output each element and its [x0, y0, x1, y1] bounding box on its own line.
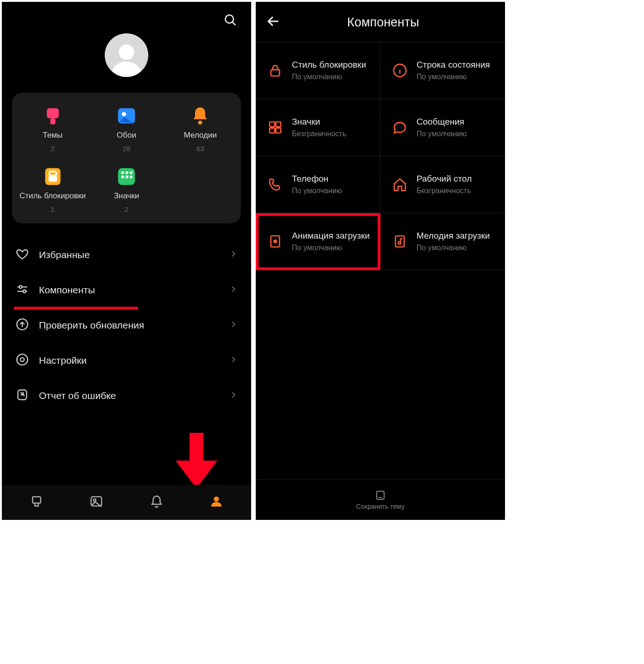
annotation-arrow — [173, 433, 220, 488]
component-subtitle: По умолчанию — [292, 187, 342, 195]
svg-rect-44 — [377, 491, 384, 500]
nav-picture-icon[interactable] — [89, 494, 103, 510]
component-title: Мелодия загрузки — [417, 231, 490, 241]
menu-item-gear[interactable]: Настройки — [16, 343, 237, 378]
component-anim[interactable]: Анимация загрузкиПо умолчанию — [256, 213, 380, 270]
components-grid: Стиль блокировкиПо умолчаниюСтрока состо… — [256, 42, 505, 270]
component-subtitle: Безграничность — [292, 130, 347, 138]
save-theme-button[interactable]: Сохранить тему — [256, 479, 505, 520]
svg-rect-13 — [126, 171, 128, 174]
nav-bell-icon[interactable] — [150, 494, 164, 510]
chevron-right-icon — [230, 250, 237, 259]
component-phone[interactable]: ТелефонПо умолчанию — [256, 156, 380, 213]
component-title: Телефон — [292, 174, 342, 184]
grid4-icon — [267, 119, 284, 136]
menu-item-label: Настройки — [39, 355, 220, 366]
menu-item-sliders[interactable]: Компоненты — [16, 272, 237, 308]
grid-item-label: Обои — [117, 131, 136, 140]
component-info[interactable]: Строка состоянияПо умолчанию — [380, 42, 505, 99]
grid-item-count: 2 — [51, 145, 54, 152]
menu-item-heart[interactable]: Избранные — [16, 237, 237, 272]
gear-icon — [16, 353, 29, 368]
grid-item-count: 28 — [123, 145, 131, 152]
home-icon — [391, 176, 408, 193]
component-lock[interactable]: Стиль блокировкиПо умолчанию — [256, 42, 380, 99]
components-screen: Компоненты Стиль блокировкиПо умолчаниюС… — [256, 2, 505, 520]
svg-rect-4 — [50, 119, 55, 125]
theme-icon — [43, 106, 63, 126]
svg-point-20 — [19, 285, 22, 288]
svg-point-25 — [20, 358, 24, 361]
sliders-icon — [16, 283, 29, 297]
lock-icon — [267, 62, 284, 79]
grid-item-ring[interactable]: Мелодии63 — [164, 106, 237, 152]
svg-point-7 — [198, 120, 202, 125]
anim-icon — [267, 233, 284, 250]
component-title: Значки — [292, 117, 347, 127]
component-grid4[interactable]: ЗначкиБезграничность — [256, 99, 380, 156]
svg-rect-38 — [270, 128, 275, 133]
grid-item-lock[interactable]: Стиль блокировки1 — [16, 166, 89, 213]
grid-item-grid[interactable]: Значки2 — [89, 166, 163, 213]
grid-item-count: 2 — [125, 205, 128, 213]
lock-icon — [43, 166, 63, 187]
grid-icon — [116, 166, 137, 187]
component-subtitle: По умолчанию — [292, 244, 370, 252]
svg-rect-3 — [47, 108, 59, 119]
svg-rect-36 — [270, 122, 275, 127]
grid-item-theme[interactable]: Темы2 — [16, 106, 89, 152]
component-title: Рабочий стол — [417, 174, 472, 184]
menu-item-up[interactable]: Проверить обновления — [16, 308, 237, 343]
search-bar — [2, 2, 251, 31]
report-icon — [16, 388, 29, 403]
search-icon[interactable] — [223, 13, 237, 29]
grid-item-label: Стиль блокировки — [19, 191, 86, 201]
grid-item-label: Значки — [114, 191, 139, 201]
chevron-right-icon — [230, 285, 237, 295]
info-icon — [391, 62, 408, 79]
chevron-right-icon — [230, 391, 237, 400]
svg-rect-17 — [130, 176, 133, 178]
chevron-right-icon — [230, 321, 237, 330]
svg-rect-39 — [276, 128, 281, 133]
nav-brush-icon[interactable] — [30, 494, 44, 510]
component-music[interactable]: Мелодия загрузкиПо умолчанию — [380, 213, 505, 270]
wall-icon — [116, 106, 137, 126]
component-chat[interactable]: СообщенияПо умолчанию — [380, 99, 505, 156]
avatar[interactable] — [105, 33, 148, 77]
phone-icon — [267, 176, 284, 193]
svg-point-29 — [94, 499, 96, 501]
svg-point-43 — [398, 242, 401, 244]
svg-point-30 — [214, 496, 219, 501]
avatar-wrap — [2, 31, 251, 86]
up-icon — [16, 318, 29, 333]
bottom-nav — [2, 485, 251, 520]
grid-item-label: Темы — [43, 131, 63, 140]
component-home[interactable]: Рабочий столБезграничность — [380, 156, 505, 213]
svg-rect-10 — [48, 176, 57, 182]
component-title: Стиль блокировки — [292, 60, 366, 70]
component-title: Анимация загрузки — [292, 231, 370, 241]
menu-item-label: Компоненты — [39, 285, 220, 296]
svg-rect-14 — [130, 171, 133, 174]
svg-rect-16 — [126, 176, 128, 178]
svg-rect-32 — [271, 70, 280, 76]
component-subtitle: Безграничность — [417, 187, 472, 195]
save-theme-label: Сохранить тему — [356, 503, 404, 510]
svg-point-41 — [273, 240, 277, 243]
svg-point-21 — [23, 290, 26, 293]
menu-item-label: Отчет об ошибке — [39, 390, 220, 401]
svg-point-6 — [122, 112, 126, 116]
my-items-card: Темы2Обои28Мелодии63Стиль блокировки1Зна… — [12, 93, 241, 223]
menu-item-report[interactable]: Отчет об ошибке — [16, 378, 237, 413]
grid-item-wall[interactable]: Обои28 — [89, 106, 163, 152]
component-subtitle: По умолчанию — [417, 130, 467, 138]
nav-profile-icon[interactable] — [209, 494, 223, 510]
svg-rect-27 — [32, 497, 41, 503]
component-subtitle: По умолчанию — [417, 73, 490, 81]
grid-item-count: 1 — [51, 205, 54, 213]
svg-rect-37 — [276, 122, 281, 127]
component-title: Строка состояния — [417, 60, 490, 70]
chevron-right-icon — [230, 356, 237, 365]
profile-screen: Темы2Обои28Мелодии63Стиль блокировки1Зна… — [2, 2, 251, 520]
